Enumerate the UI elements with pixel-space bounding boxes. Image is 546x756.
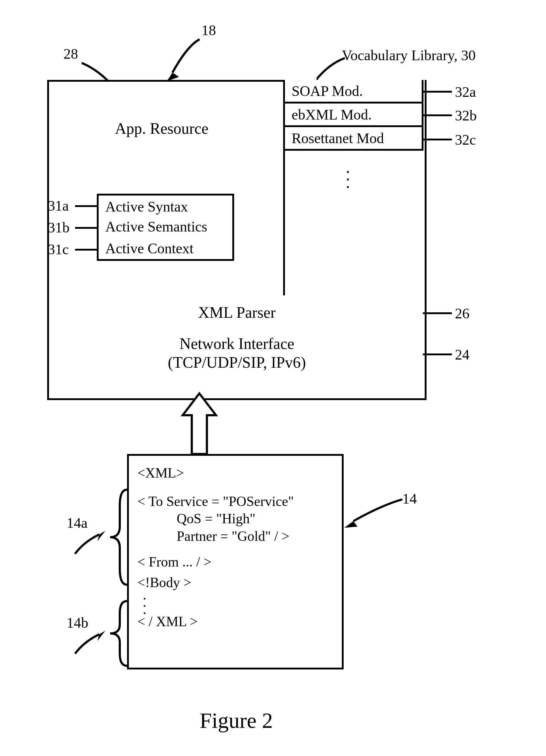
xml-l4: Partner = "Gold" / > [137, 528, 331, 545]
lead-32b [423, 114, 452, 116]
active-semantics: Active Semantics [97, 215, 234, 239]
brace-14b [106, 599, 132, 668]
label-14: 14 [402, 490, 417, 507]
xml-body-dots: ... [137, 591, 331, 613]
figure-caption: Figure 2 [200, 708, 273, 733]
label-24: 24 [455, 346, 469, 363]
xml-l3: QoS = "High" [137, 510, 331, 528]
brace-14a [106, 487, 132, 587]
module-ebxml: ebXML Mod. [283, 104, 423, 127]
label-32a: 32a [455, 84, 476, 100]
label-32c: 32c [455, 131, 476, 148]
label-vocabulary-library: Vocabulary Library, 30 [342, 47, 476, 64]
xml-content: <XML> < To Service = "POService" QoS = "… [137, 464, 331, 630]
label-26: 26 [455, 305, 469, 322]
xml-l7: < / XML > [137, 613, 331, 630]
arrow-14b [72, 629, 105, 657]
label-31a: 31a [48, 197, 69, 214]
arrow-14 [342, 496, 405, 533]
module-rosettanet: Rosettanet Mod [283, 127, 423, 151]
lead-32c [423, 139, 452, 140]
lead-31c [75, 249, 97, 251]
hollow-arrow-up [183, 393, 216, 457]
lead-31b [75, 227, 97, 229]
lead-24 [423, 353, 452, 355]
xml-l6: <!Body > [137, 574, 331, 591]
arrow-14a [72, 530, 105, 557]
label-14a: 14a [67, 514, 87, 531]
xml-l1: <XML> [137, 464, 331, 482]
label-18: 18 [202, 22, 216, 38]
network-interface-line2: (TCP/UDP/SIP, IPv6) [168, 353, 306, 372]
network-interface-line1: Network Interface [179, 334, 294, 353]
vdots-library: ... [339, 163, 357, 186]
xml-message-box: <XML> < To Service = "POService" QoS = "… [127, 454, 344, 669]
xml-l5: < From ... / > [137, 553, 331, 571]
label-31c: 31c [48, 241, 69, 258]
network-interface-row: Network Interface (TCP/UDP/SIP, IPv6) [47, 329, 426, 377]
label-28: 28 [64, 45, 78, 62]
svg-marker-0 [183, 393, 216, 454]
xml-l2: < To Service = "POService" [137, 493, 331, 510]
label-31b: 31b [48, 219, 70, 236]
arrow-18 [163, 36, 212, 82]
xml-parser-row: XML Parser [47, 295, 426, 331]
label-32b: 32b [455, 107, 477, 124]
active-context: Active Context [97, 237, 234, 261]
lead-31a [75, 205, 97, 207]
label-14b: 14b [67, 614, 88, 631]
app-resource-label: App. Resource [115, 120, 209, 137]
lead-32a [423, 91, 452, 93]
module-soap: SOAP Mod. [283, 80, 423, 104]
lead-26 [423, 312, 452, 314]
